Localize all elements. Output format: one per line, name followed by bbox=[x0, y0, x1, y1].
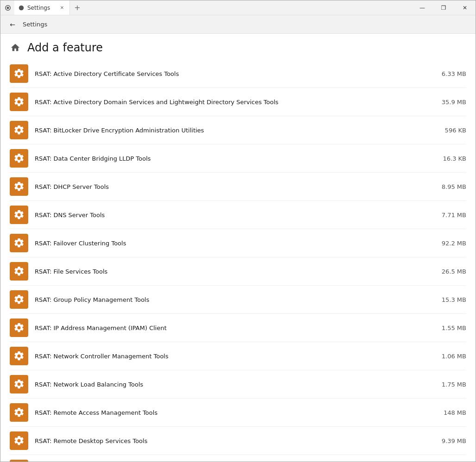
feature-size: 35.9 MB bbox=[434, 99, 466, 106]
feature-name: RSAT: Remote Access Management Tools bbox=[35, 409, 157, 416]
feature-icon bbox=[10, 93, 28, 111]
feature-icon bbox=[10, 206, 28, 224]
new-tab-button[interactable]: + bbox=[70, 0, 85, 15]
feature-item[interactable]: RSAT: Group Policy Management Tools15.3 … bbox=[10, 286, 466, 314]
title-bar: Settings ✕ + — ❐ ✕ bbox=[0, 0, 476, 15]
feature-icon bbox=[10, 375, 28, 393]
feature-item[interactable]: RSAT: DNS Server Tools7.71 MB bbox=[10, 201, 466, 229]
tab-label: Settings bbox=[27, 5, 56, 11]
page-header: Add a feature bbox=[0, 34, 476, 60]
feature-item[interactable]: RSAT: Active Directory Certificate Servi… bbox=[10, 60, 466, 88]
tab-favicon bbox=[18, 5, 25, 11]
feature-icon bbox=[10, 262, 28, 281]
feature-name: RSAT: Remote Desktop Services Tools bbox=[35, 437, 147, 444]
feature-icon bbox=[10, 347, 28, 365]
feature-icon bbox=[10, 431, 28, 450]
feature-icon bbox=[10, 403, 28, 422]
feature-icon bbox=[10, 121, 28, 139]
feature-size: 26.5 MB bbox=[434, 268, 466, 275]
feature-name: RSAT: Network Controller Management Tool… bbox=[35, 353, 169, 360]
settings-window: Settings ✕ + — ❐ ✕ ← Settings Add a feat… bbox=[0, 0, 476, 462]
feature-info: RSAT: Network Load Balancing Tools bbox=[35, 380, 427, 389]
back-arrow-icon: ← bbox=[10, 21, 15, 28]
feature-icon bbox=[10, 318, 28, 337]
feature-item[interactable]: RSAT: Failover Clustering Tools92.2 MB bbox=[10, 229, 466, 257]
feature-item[interactable]: RSAT: BitLocker Drive Encryption Adminis… bbox=[10, 116, 466, 144]
feature-info: RSAT: Data Center Bridging LLDP Tools bbox=[35, 154, 427, 163]
feature-size: 1.55 MB bbox=[434, 325, 466, 331]
feature-item[interactable]: RSAT: Server Manager83.6 MB bbox=[10, 455, 466, 462]
nav-bar: ← Settings bbox=[0, 15, 476, 34]
feature-size: 8.95 MB bbox=[434, 183, 466, 190]
page-title: Add a feature bbox=[27, 41, 103, 54]
close-button[interactable]: ✕ bbox=[454, 0, 476, 15]
feature-item[interactable]: RSAT: Data Center Bridging LLDP Tools16.… bbox=[10, 144, 466, 173]
feature-size: 92.2 MB bbox=[434, 240, 466, 247]
feature-icon bbox=[10, 460, 28, 462]
feature-size: 596 KB bbox=[434, 127, 466, 134]
maximize-button[interactable]: ❐ bbox=[433, 0, 454, 15]
breadcrumb: Settings bbox=[23, 21, 47, 28]
feature-size: 15.3 MB bbox=[434, 296, 466, 303]
feature-info: RSAT: DNS Server Tools bbox=[35, 210, 427, 219]
feature-item[interactable]: RSAT: Remote Desktop Services Tools9.39 … bbox=[10, 427, 466, 455]
feature-info: RSAT: Active Directory Certificate Servi… bbox=[35, 69, 427, 78]
back-button[interactable]: ← bbox=[6, 18, 19, 31]
feature-icon bbox=[10, 177, 28, 196]
feature-name: RSAT: Group Policy Management Tools bbox=[35, 296, 149, 303]
feature-icon bbox=[10, 234, 28, 252]
feature-info: RSAT: Network Controller Management Tool… bbox=[35, 351, 427, 361]
feature-info: RSAT: IP Address Management (IPAM) Clien… bbox=[35, 323, 427, 332]
feature-item[interactable]: RSAT: DHCP Server Tools8.95 MB bbox=[10, 173, 466, 201]
feature-item[interactable]: RSAT: Remote Access Management Tools148 … bbox=[10, 399, 466, 427]
feature-size: 16.3 KB bbox=[434, 155, 466, 162]
feature-icon bbox=[10, 149, 28, 168]
home-icon[interactable] bbox=[10, 42, 21, 53]
feature-name: RSAT: Active Directory Certificate Servi… bbox=[35, 70, 179, 77]
feature-size: 6.33 MB bbox=[434, 70, 466, 77]
feature-item[interactable]: RSAT: File Services Tools26.5 MB bbox=[10, 257, 466, 286]
feature-icon bbox=[10, 64, 28, 83]
app-icon bbox=[4, 4, 12, 12]
feature-item[interactable]: RSAT: IP Address Management (IPAM) Clien… bbox=[10, 314, 466, 342]
feature-info: RSAT: Failover Clustering Tools bbox=[35, 238, 427, 248]
feature-name: RSAT: Failover Clustering Tools bbox=[35, 240, 126, 247]
feature-name: RSAT: DHCP Server Tools bbox=[35, 183, 109, 190]
feature-size: 1.75 MB bbox=[434, 381, 466, 388]
feature-item[interactable]: RSAT: Network Controller Management Tool… bbox=[10, 342, 466, 370]
tab-strip: Settings ✕ + bbox=[14, 0, 412, 15]
feature-icon bbox=[10, 290, 28, 309]
feature-info: RSAT: Group Policy Management Tools bbox=[35, 295, 427, 304]
feature-info: RSAT: DHCP Server Tools bbox=[35, 182, 427, 191]
window-controls: — ❐ ✕ bbox=[412, 0, 476, 15]
feature-info: RSAT: Active Directory Domain Services a… bbox=[35, 97, 427, 106]
feature-size: 7.71 MB bbox=[434, 212, 466, 219]
feature-name: RSAT: Network Load Balancing Tools bbox=[35, 381, 143, 388]
feature-info: RSAT: BitLocker Drive Encryption Adminis… bbox=[35, 125, 427, 135]
feature-item[interactable]: RSAT: Active Directory Domain Services a… bbox=[10, 88, 466, 116]
settings-tab[interactable]: Settings ✕ bbox=[14, 0, 70, 15]
feature-item[interactable]: RSAT: Network Load Balancing Tools1.75 M… bbox=[10, 370, 466, 399]
feature-info: RSAT: File Services Tools bbox=[35, 267, 427, 276]
feature-name: RSAT: BitLocker Drive Encryption Adminis… bbox=[35, 127, 204, 134]
content-area: Add a feature RSAT: Active Directory Cer… bbox=[0, 34, 476, 462]
feature-size: 148 MB bbox=[434, 409, 466, 416]
feature-info: RSAT: Remote Desktop Services Tools bbox=[35, 436, 427, 445]
feature-name: RSAT: DNS Server Tools bbox=[35, 212, 105, 219]
feature-size: 1.06 MB bbox=[434, 353, 466, 360]
feature-name: RSAT: File Services Tools bbox=[35, 268, 107, 275]
minimize-button[interactable]: — bbox=[412, 0, 433, 15]
feature-list: RSAT: Active Directory Certificate Servi… bbox=[0, 60, 476, 462]
tab-close-button[interactable]: ✕ bbox=[58, 4, 66, 12]
feature-size: 9.39 MB bbox=[434, 437, 466, 444]
feature-name: RSAT: Data Center Bridging LLDP Tools bbox=[35, 155, 151, 162]
feature-name: RSAT: Active Directory Domain Services a… bbox=[35, 99, 278, 106]
feature-info: RSAT: Remote Access Management Tools bbox=[35, 408, 427, 417]
feature-name: RSAT: IP Address Management (IPAM) Clien… bbox=[35, 325, 167, 331]
